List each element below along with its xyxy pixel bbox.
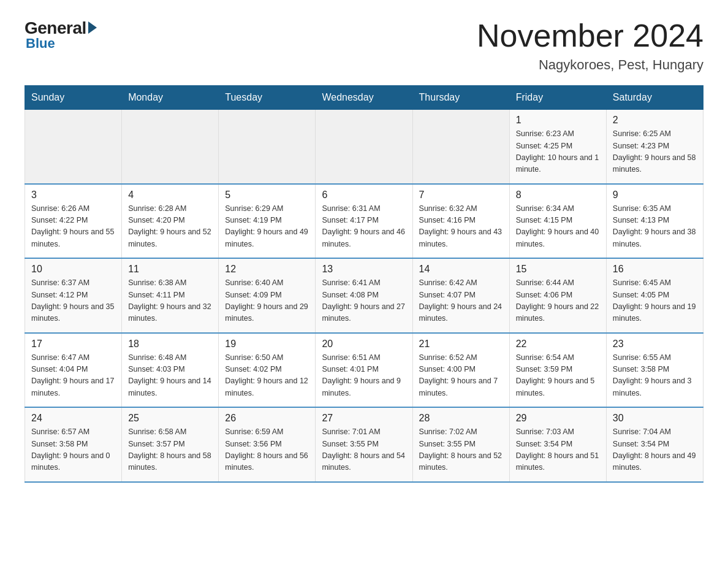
day-number: 1 [516, 115, 600, 126]
day-number: 15 [516, 264, 600, 275]
day-info: Sunrise: 6:37 AMSunset: 4:12 PMDaylight:… [31, 277, 115, 325]
day-number: 10 [31, 264, 115, 275]
day-info: Sunrise: 6:54 AMSunset: 3:59 PMDaylight:… [516, 352, 600, 400]
header-sunday: Sunday [25, 86, 122, 110]
day-number: 27 [322, 413, 406, 424]
calendar-day-cell: 14Sunrise: 6:42 AMSunset: 4:07 PMDayligh… [412, 258, 509, 333]
day-number: 7 [419, 190, 503, 201]
calendar-day-cell: 22Sunrise: 6:54 AMSunset: 3:59 PMDayligh… [509, 333, 606, 408]
header-saturday: Saturday [606, 86, 703, 110]
day-number: 19 [225, 339, 309, 350]
calendar-week-row: 1Sunrise: 6:23 AMSunset: 4:25 PMDaylight… [25, 110, 703, 184]
calendar-day-cell: 23Sunrise: 6:55 AMSunset: 3:58 PMDayligh… [606, 333, 703, 408]
day-number: 13 [322, 264, 406, 275]
logo-blue-text: Blue [26, 36, 55, 52]
calendar-day-cell: 1Sunrise: 6:23 AMSunset: 4:25 PMDaylight… [509, 110, 606, 184]
day-number: 17 [31, 339, 115, 350]
logo: General Blue [25, 18, 97, 52]
calendar-day-cell: 13Sunrise: 6:41 AMSunset: 4:08 PMDayligh… [316, 258, 412, 333]
calendar-table: Sunday Monday Tuesday Wednesday Thursday… [25, 85, 703, 483]
day-number: 18 [128, 339, 212, 350]
day-number: 12 [225, 264, 309, 275]
day-info: Sunrise: 6:35 AMSunset: 4:13 PMDaylight:… [613, 203, 697, 251]
day-number: 16 [613, 264, 697, 275]
day-number: 11 [128, 264, 212, 275]
day-info: Sunrise: 7:03 AMSunset: 3:54 PMDaylight:… [516, 426, 600, 474]
calendar-day-cell: 2Sunrise: 6:25 AMSunset: 4:23 PMDaylight… [606, 110, 703, 184]
day-number: 9 [613, 190, 697, 201]
day-info: Sunrise: 6:57 AMSunset: 3:58 PMDaylight:… [31, 426, 115, 474]
day-info: Sunrise: 6:59 AMSunset: 3:56 PMDaylight:… [225, 426, 309, 474]
day-number: 14 [419, 264, 503, 275]
calendar-day-cell: 26Sunrise: 6:59 AMSunset: 3:56 PMDayligh… [219, 407, 316, 482]
calendar-week-row: 17Sunrise: 6:47 AMSunset: 4:04 PMDayligh… [25, 333, 703, 408]
day-info: Sunrise: 6:29 AMSunset: 4:19 PMDaylight:… [225, 203, 309, 251]
day-number: 21 [419, 339, 503, 350]
day-number: 25 [128, 413, 212, 424]
calendar-day-cell: 5Sunrise: 6:29 AMSunset: 4:19 PMDaylight… [219, 184, 316, 259]
day-number: 5 [225, 190, 309, 201]
header-wednesday: Wednesday [316, 86, 412, 110]
month-title: November 2024 [477, 18, 703, 53]
day-info: Sunrise: 6:52 AMSunset: 4:00 PMDaylight:… [419, 352, 503, 400]
day-info: Sunrise: 6:47 AMSunset: 4:04 PMDaylight:… [31, 352, 115, 400]
day-info: Sunrise: 6:40 AMSunset: 4:09 PMDaylight:… [225, 277, 309, 325]
day-info: Sunrise: 6:38 AMSunset: 4:11 PMDaylight:… [128, 277, 212, 325]
day-info: Sunrise: 6:55 AMSunset: 3:58 PMDaylight:… [613, 352, 697, 400]
day-number: 4 [128, 190, 212, 201]
header-friday: Friday [509, 86, 606, 110]
header-monday: Monday [122, 86, 219, 110]
day-number: 26 [225, 413, 309, 424]
header-thursday: Thursday [412, 86, 509, 110]
day-number: 23 [613, 339, 697, 350]
calendar-day-cell: 6Sunrise: 6:31 AMSunset: 4:17 PMDaylight… [316, 184, 412, 259]
day-info: Sunrise: 6:25 AMSunset: 4:23 PMDaylight:… [613, 128, 697, 176]
day-info: Sunrise: 6:34 AMSunset: 4:15 PMDaylight:… [516, 203, 600, 251]
calendar-day-cell: 30Sunrise: 7:04 AMSunset: 3:54 PMDayligh… [606, 407, 703, 482]
title-block: November 2024 Nagykoroes, Pest, Hungary [477, 18, 703, 73]
calendar-day-cell: 27Sunrise: 7:01 AMSunset: 3:55 PMDayligh… [316, 407, 412, 482]
calendar-day-cell: 20Sunrise: 6:51 AMSunset: 4:01 PMDayligh… [316, 333, 412, 408]
calendar-header: Sunday Monday Tuesday Wednesday Thursday… [25, 86, 703, 110]
calendar-day-cell: 19Sunrise: 6:50 AMSunset: 4:02 PMDayligh… [219, 333, 316, 408]
day-number: 28 [419, 413, 503, 424]
calendar-day-cell [219, 110, 316, 184]
calendar-day-cell: 9Sunrise: 6:35 AMSunset: 4:13 PMDaylight… [606, 184, 703, 259]
calendar-day-cell: 10Sunrise: 6:37 AMSunset: 4:12 PMDayligh… [25, 258, 122, 333]
day-info: Sunrise: 6:31 AMSunset: 4:17 PMDaylight:… [322, 203, 406, 251]
calendar-day-cell [412, 110, 509, 184]
day-info: Sunrise: 6:26 AMSunset: 4:22 PMDaylight:… [31, 203, 115, 251]
calendar-day-cell: 28Sunrise: 7:02 AMSunset: 3:55 PMDayligh… [412, 407, 509, 482]
day-info: Sunrise: 6:50 AMSunset: 4:02 PMDaylight:… [225, 352, 309, 400]
calendar-day-cell: 3Sunrise: 6:26 AMSunset: 4:22 PMDaylight… [25, 184, 122, 259]
calendar-day-cell [316, 110, 412, 184]
calendar-day-cell: 12Sunrise: 6:40 AMSunset: 4:09 PMDayligh… [219, 258, 316, 333]
day-number: 22 [516, 339, 600, 350]
logo-triangle-icon [88, 21, 97, 34]
calendar-body: 1Sunrise: 6:23 AMSunset: 4:25 PMDaylight… [25, 110, 703, 482]
day-number: 29 [516, 413, 600, 424]
calendar-day-cell: 25Sunrise: 6:58 AMSunset: 3:57 PMDayligh… [122, 407, 219, 482]
calendar-week-row: 10Sunrise: 6:37 AMSunset: 4:12 PMDayligh… [25, 258, 703, 333]
day-info: Sunrise: 6:41 AMSunset: 4:08 PMDaylight:… [322, 277, 406, 325]
calendar-day-cell [25, 110, 122, 184]
calendar-day-cell: 8Sunrise: 6:34 AMSunset: 4:15 PMDaylight… [509, 184, 606, 259]
day-number: 2 [613, 115, 697, 126]
day-info: Sunrise: 6:32 AMSunset: 4:16 PMDaylight:… [419, 203, 503, 251]
page-header: General Blue November 2024 Nagykoroes, P… [25, 18, 703, 73]
calendar-day-cell: 7Sunrise: 6:32 AMSunset: 4:16 PMDaylight… [412, 184, 509, 259]
calendar-day-cell: 17Sunrise: 6:47 AMSunset: 4:04 PMDayligh… [25, 333, 122, 408]
day-number: 20 [322, 339, 406, 350]
day-number: 30 [613, 413, 697, 424]
day-info: Sunrise: 6:28 AMSunset: 4:20 PMDaylight:… [128, 203, 212, 251]
day-info: Sunrise: 6:44 AMSunset: 4:06 PMDaylight:… [516, 277, 600, 325]
day-info: Sunrise: 7:02 AMSunset: 3:55 PMDaylight:… [419, 426, 503, 474]
day-info: Sunrise: 6:51 AMSunset: 4:01 PMDaylight:… [322, 352, 406, 400]
location-title: Nagykoroes, Pest, Hungary [477, 57, 703, 73]
day-number: 6 [322, 190, 406, 201]
calendar-day-cell: 29Sunrise: 7:03 AMSunset: 3:54 PMDayligh… [509, 407, 606, 482]
day-info: Sunrise: 6:45 AMSunset: 4:05 PMDaylight:… [613, 277, 697, 325]
calendar-day-cell: 24Sunrise: 6:57 AMSunset: 3:58 PMDayligh… [25, 407, 122, 482]
day-number: 8 [516, 190, 600, 201]
day-info: Sunrise: 6:23 AMSunset: 4:25 PMDaylight:… [516, 128, 600, 176]
